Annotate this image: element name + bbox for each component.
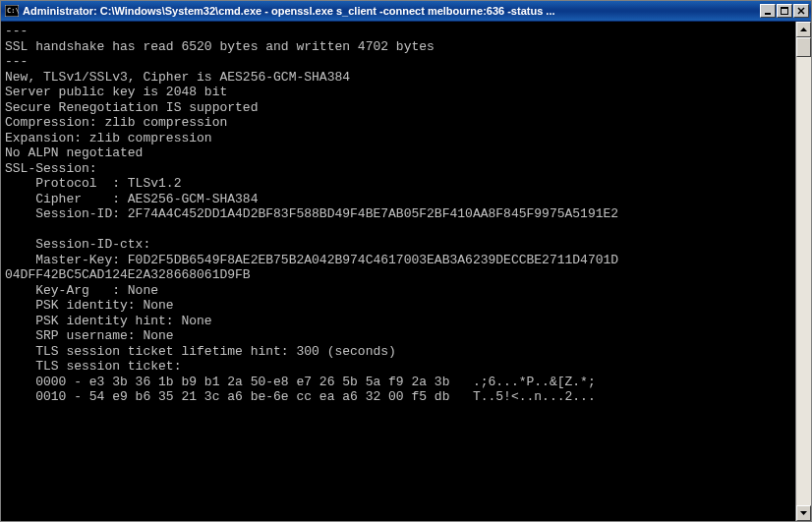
content-area: --- SSL handshake has read 6520 bytes an… — [1, 22, 811, 521]
scroll-up-button[interactable] — [796, 22, 811, 37]
close-button[interactable] — [793, 4, 809, 18]
triangle-up-icon — [800, 28, 807, 31]
svg-marker-8 — [800, 511, 807, 515]
window-title: Administrator: C:\Windows\System32\cmd.e… — [23, 5, 760, 17]
scroll-track[interactable] — [796, 37, 811, 505]
terminal-output[interactable]: --- SSL handshake has read 6520 bytes an… — [1, 22, 795, 521]
scroll-thumb[interactable] — [796, 37, 811, 57]
cmd-app-icon: C:\ — [4, 3, 20, 19]
maximize-button[interactable] — [777, 4, 792, 18]
svg-text:C:\: C:\ — [7, 7, 19, 15]
svg-rect-4 — [781, 7, 788, 9]
svg-marker-7 — [800, 28, 807, 31]
triangle-down-icon — [800, 511, 807, 515]
svg-rect-2 — [765, 13, 771, 15]
titlebar[interactable]: C:\ Administrator: C:\Windows\System32\c… — [1, 1, 811, 22]
vertical-scrollbar[interactable] — [795, 22, 811, 521]
window-controls — [760, 4, 809, 18]
minimize-button[interactable] — [760, 4, 776, 18]
scroll-down-button[interactable] — [796, 505, 811, 521]
cmd-window: C:\ Administrator: C:\Windows\System32\c… — [0, 0, 812, 522]
